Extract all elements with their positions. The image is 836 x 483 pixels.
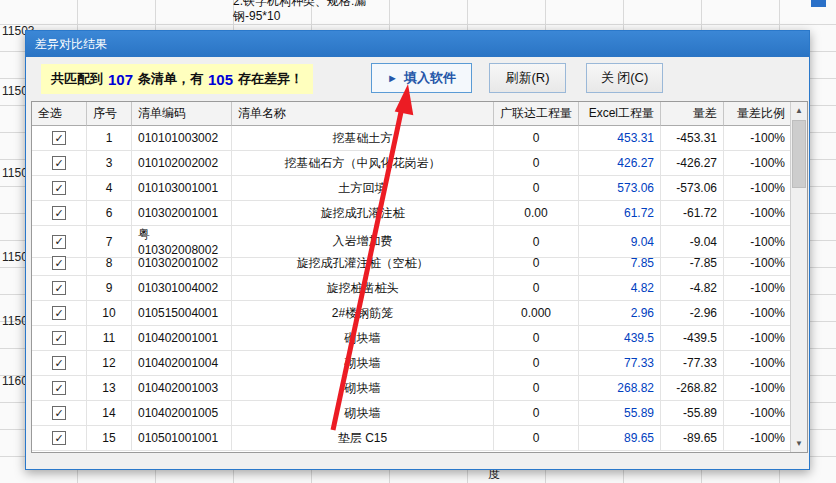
row-checkbox[interactable]: ✓ bbox=[52, 206, 66, 220]
table-row[interactable]: ✓ 12 010402001004 砌块墙 0 77.33 -77.33 -10… bbox=[32, 351, 790, 376]
scrollbar-thumb[interactable] bbox=[792, 120, 806, 188]
row-name: 旋挖成孔灌注桩（空桩） bbox=[232, 251, 494, 276]
row-ratio: -100% bbox=[724, 151, 790, 176]
table-row[interactable]: ✓ 4 010103001001 土方回填 0 573.06 -573.06 -… bbox=[32, 176, 790, 201]
table-row[interactable]: ✓ 9 010301004002 旋挖桩凿桩头 0 4.82 -4.82 -10… bbox=[32, 276, 790, 301]
check-icon: ✓ bbox=[54, 258, 63, 269]
table-grid: 全选 序号 清单编码 清单名称 广联达工程量 Excel工程量 量差 量差比例 … bbox=[32, 102, 790, 452]
row-checkbox[interactable]: ✓ bbox=[52, 306, 66, 320]
dialog-titlebar[interactable]: 差异对比结果 bbox=[26, 31, 809, 57]
row-code: 010302001001 bbox=[132, 201, 232, 226]
row-ratio: -100% bbox=[724, 176, 790, 201]
table-row[interactable]: ✓ 6 010302001001 旋挖成孔灌注桩 0.00 61.72 -61.… bbox=[32, 201, 790, 226]
row-serial: 12 bbox=[87, 351, 132, 376]
row-checkbox[interactable]: ✓ bbox=[52, 281, 66, 295]
row-code: 010302001002 bbox=[132, 251, 232, 276]
check-icon: ✓ bbox=[54, 208, 63, 219]
table-row[interactable]: ✓ 7 粤010302008002 入岩增加费 0 9.04 -9.04 -10… bbox=[32, 226, 790, 251]
row-serial: 4 bbox=[87, 176, 132, 201]
row-serial: 13 bbox=[87, 376, 132, 401]
row-code: 010301004002 bbox=[132, 276, 232, 301]
row-excel-qty: 89.65 bbox=[579, 426, 661, 451]
close-button[interactable]: 关 闭(C) bbox=[586, 63, 663, 93]
row-ratio: -100% bbox=[724, 201, 790, 226]
row-checkbox-cell: ✓ bbox=[32, 251, 87, 276]
row-checkbox-cell: ✓ bbox=[32, 326, 87, 351]
check-icon: ✓ bbox=[54, 358, 63, 369]
row-checkbox-cell: ✓ bbox=[32, 301, 87, 326]
row-glodon-qty: 0 bbox=[494, 351, 579, 376]
header-select-all[interactable]: 全选 bbox=[32, 102, 87, 126]
row-serial: 15 bbox=[87, 426, 132, 451]
row-checkbox[interactable]: ✓ bbox=[52, 431, 66, 445]
row-code: 010103001001 bbox=[132, 176, 232, 201]
summary-suffix: 存在差异！ bbox=[238, 70, 303, 88]
row-checkbox-cell: ✓ bbox=[32, 126, 87, 151]
row-checkbox-cell: ✓ bbox=[32, 151, 87, 176]
row-checkbox[interactable]: ✓ bbox=[52, 156, 66, 170]
row-excel-qty: 4.82 bbox=[579, 276, 661, 301]
table-body: ✓ 1 010101003002 挖基础土方 0 453.31 -453.31 … bbox=[32, 126, 790, 451]
header-name: 清单名称 bbox=[232, 102, 494, 126]
table-row[interactable]: ✓ 10 010515004001 2#楼钢筋笼 0.000 2.96 -2.9… bbox=[32, 301, 790, 326]
row-ratio: -100% bbox=[724, 276, 790, 301]
row-checkbox[interactable]: ✓ bbox=[52, 381, 66, 395]
row-excel-qty: 268.82 bbox=[579, 376, 661, 401]
row-checkbox[interactable]: ✓ bbox=[52, 235, 66, 249]
table-row[interactable]: ✓ 13 010402001003 砌块墙 0 268.82 -268.82 -… bbox=[32, 376, 790, 401]
row-name: 挖基础石方（中风化花岗岩） bbox=[232, 151, 494, 176]
row-checkbox[interactable]: ✓ bbox=[52, 181, 66, 195]
row-diff: -61.72 bbox=[661, 201, 724, 226]
table-row[interactable]: ✓ 14 010402001005 砌块墙 0 55.89 -55.89 -10… bbox=[32, 401, 790, 426]
row-checkbox[interactable]: ✓ bbox=[52, 331, 66, 345]
row-checkbox[interactable]: ✓ bbox=[52, 256, 66, 270]
row-name: 砌块墙 bbox=[232, 401, 494, 426]
row-code: 010515004001 bbox=[132, 301, 232, 326]
row-name: 垫层 C15 bbox=[232, 426, 494, 451]
row-ratio: -100% bbox=[724, 126, 790, 151]
dialog-title: 差异对比结果 bbox=[35, 37, 107, 51]
check-icon: ✓ bbox=[54, 183, 63, 194]
row-checkbox[interactable]: ✓ bbox=[52, 406, 66, 420]
row-glodon-qty: 0 bbox=[494, 126, 579, 151]
row-ratio: -100% bbox=[724, 351, 790, 376]
background-selection-marker bbox=[811, 0, 826, 7]
row-serial: 14 bbox=[87, 401, 132, 426]
header-code: 清单编码 bbox=[132, 102, 232, 126]
table-row[interactable]: ✓ 3 010102002002 挖基础石方（中风化花岗岩） 0 426.27 … bbox=[32, 151, 790, 176]
screen: 115031150311503115031150311605 2.铁字机构种类、… bbox=[0, 0, 836, 483]
row-diff: -55.89 bbox=[661, 401, 724, 426]
row-serial: 8 bbox=[87, 251, 132, 276]
table-row[interactable]: ✓ 15 010501001001 垫层 C15 0 89.65 -89.65 … bbox=[32, 426, 790, 451]
row-name: 土方回填 bbox=[232, 176, 494, 201]
check-icon: ✓ bbox=[54, 158, 63, 169]
header-diff-ratio: 量差比例 bbox=[724, 102, 790, 126]
row-code: 010402001003 bbox=[132, 376, 232, 401]
fill-button-label: 填入软件 bbox=[404, 69, 456, 87]
summary-total-count: 107 bbox=[103, 71, 138, 88]
row-diff: -439.5 bbox=[661, 326, 724, 351]
check-icon: ✓ bbox=[54, 433, 63, 444]
header-diff: 量差 bbox=[661, 102, 724, 126]
fill-into-software-button[interactable]: ► 填入软件 bbox=[371, 63, 472, 93]
table-row[interactable]: ✓ 11 010402001001 砌块墙 0 439.5 -439.5 -10… bbox=[32, 326, 790, 351]
row-diff: -77.33 bbox=[661, 351, 724, 376]
header-glodon-qty: 广联达工程量 bbox=[494, 102, 579, 126]
row-glodon-qty: 0 bbox=[494, 376, 579, 401]
row-checkbox[interactable]: ✓ bbox=[52, 356, 66, 370]
row-code: 010402001001 bbox=[132, 326, 232, 351]
row-glodon-qty: 0.00 bbox=[494, 201, 579, 226]
row-name: 旋挖桩凿桩头 bbox=[232, 276, 494, 301]
row-serial: 3 bbox=[87, 151, 132, 176]
row-checkbox[interactable]: ✓ bbox=[52, 131, 66, 145]
row-glodon-qty: 0 bbox=[494, 176, 579, 201]
row-serial: 10 bbox=[87, 301, 132, 326]
vertical-scrollbar[interactable]: ▲ ▼ bbox=[790, 102, 807, 452]
scroll-down-icon[interactable]: ▼ bbox=[791, 435, 807, 452]
row-excel-qty: 55.89 bbox=[579, 401, 661, 426]
table-row[interactable]: ✓ 8 010302001002 旋挖成孔灌注桩（空桩） 0 7.85 -7.8… bbox=[32, 251, 790, 276]
row-excel-qty: 573.06 bbox=[579, 176, 661, 201]
refresh-button[interactable]: 刷新(R) bbox=[489, 63, 566, 93]
table-row[interactable]: ✓ 1 010101003002 挖基础土方 0 453.31 -453.31 … bbox=[32, 126, 790, 151]
scroll-up-icon[interactable]: ▲ bbox=[791, 102, 807, 119]
